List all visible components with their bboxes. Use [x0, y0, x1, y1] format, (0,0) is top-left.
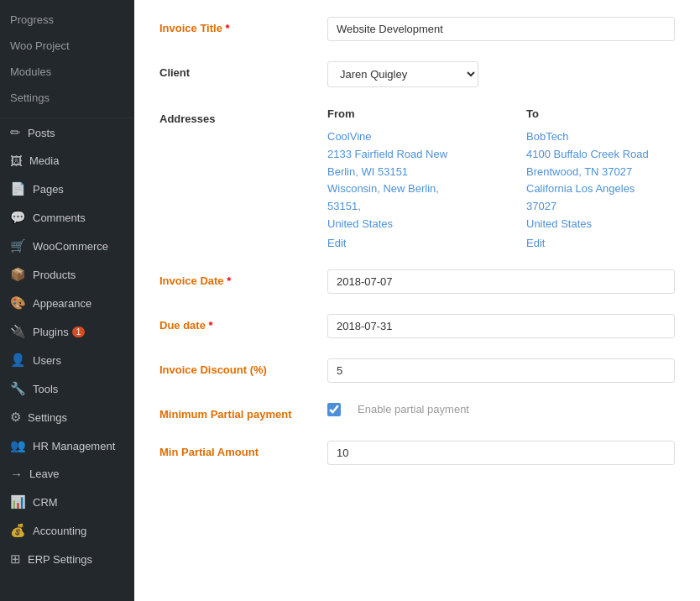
sidebar-item-settings[interactable]: ⚙ Settings	[0, 403, 134, 431]
from-header: From	[327, 107, 476, 120]
due-date-input[interactable]	[327, 314, 675, 338]
main-content: Invoice Title Client Jaren Quigley Addre…	[134, 0, 700, 601]
sidebar-item-modules[interactable]: Modules	[0, 59, 134, 85]
crm-icon: 📊	[10, 494, 26, 510]
media-icon: 🖼	[10, 154, 23, 168]
client-select[interactable]: Jaren Quigley	[327, 61, 478, 87]
min-partial-amount-row: Min Partial Amount	[159, 441, 675, 465]
from-address-col: From CoolVine 2133 Fairfield Road New Be…	[327, 107, 476, 249]
comments-icon: 💬	[10, 210, 26, 225]
sidebar-item-hr-management[interactable]: 👥 HR Management	[0, 431, 134, 460]
woocommerce-icon: 🛒	[10, 238, 26, 253]
invoice-title-wrap	[327, 17, 675, 41]
sidebar-item-crm[interactable]: 📊 CRM	[0, 488, 134, 516]
plugins-icon: 🔌	[10, 324, 26, 339]
enable-partial-label: Enable partial payment	[358, 403, 469, 415]
leave-icon: →	[10, 467, 23, 481]
tools-icon: 🔧	[10, 381, 26, 396]
due-date-label: Due date	[159, 314, 327, 332]
min-partial-amount-input[interactable]	[327, 441, 675, 465]
invoice-title-row: Invoice Title	[159, 17, 675, 41]
invoice-title-input[interactable]	[327, 17, 675, 41]
hr-icon: 👥	[10, 438, 26, 453]
client-wrap: Jaren Quigley	[327, 61, 675, 87]
products-icon: 📦	[10, 267, 26, 282]
to-address-edit[interactable]: Edit	[526, 237, 545, 249]
sidebar-item-posts[interactable]: ✏ Posts	[0, 118, 134, 147]
invoice-discount-row: Invoice Discount (%)	[159, 358, 675, 383]
sidebar-item-tools[interactable]: 🔧 Tools	[0, 374, 134, 403]
from-address-edit[interactable]: Edit	[327, 237, 346, 249]
min-partial-amount-label: Min Partial Amount	[159, 441, 327, 458]
settings-icon: ⚙	[10, 410, 21, 425]
sidebar-item-settings-top[interactable]: Settings	[0, 85, 134, 111]
erp-icon: ⊞	[10, 551, 21, 567]
plugins-badge: 1	[72, 327, 86, 337]
client-label: Client	[159, 61, 327, 79]
sidebar-item-users[interactable]: 👤 Users	[0, 346, 134, 374]
to-header: To	[526, 107, 675, 120]
sidebar-item-woo-project[interactable]: Woo Project	[0, 33, 134, 59]
sidebar-item-woocommerce[interactable]: 🛒 WooCommerce	[0, 232, 134, 260]
posts-icon: ✏	[10, 125, 21, 140]
sidebar-item-comments[interactable]: 💬 Comments	[0, 203, 134, 232]
invoice-discount-label: Invoice Discount (%)	[159, 358, 327, 376]
enable-partial-checkbox[interactable]	[327, 403, 341, 416]
sidebar-item-pages[interactable]: 📄 Pages	[0, 175, 134, 203]
min-partial-wrap: Enable partial payment	[327, 403, 675, 416]
invoice-discount-input[interactable]	[327, 358, 675, 383]
sidebar-item-products[interactable]: 📦 Products	[0, 260, 134, 289]
min-partial-amount-wrap	[327, 441, 675, 465]
pages-icon: 📄	[10, 181, 26, 196]
accounting-icon: 💰	[10, 523, 26, 538]
sidebar-item-erp-settings[interactable]: ⊞ ERP Settings	[0, 545, 134, 573]
to-address-text: BobTech 4100 Buffalo Creek Road Brentwoo…	[526, 128, 675, 233]
invoice-title-label: Invoice Title	[159, 17, 327, 34]
addresses-wrap: From CoolVine 2133 Fairfield Road New Be…	[327, 107, 675, 249]
sidebar-item-appearance[interactable]: 🎨 Appearance	[0, 289, 134, 317]
invoice-date-label: Invoice Date	[159, 269, 327, 287]
min-partial-label: Minimum Partial payment	[159, 403, 327, 421]
due-date-row: Due date	[159, 314, 675, 338]
from-address-text: CoolVine 2133 Fairfield Road New Berlin,…	[327, 128, 476, 233]
sidebar-item-media[interactable]: 🖼 Media	[0, 147, 134, 175]
users-icon: 👤	[10, 353, 26, 368]
sidebar-item-accounting[interactable]: 💰 Accounting	[0, 516, 134, 545]
addresses-label: Addresses	[159, 107, 327, 125]
to-address-col: To BobTech 4100 Buffalo Creek Road Brent…	[526, 107, 675, 249]
due-date-wrap	[327, 314, 675, 338]
min-partial-row: Minimum Partial payment Enable partial p…	[159, 403, 675, 421]
addresses-container: From CoolVine 2133 Fairfield Road New Be…	[327, 107, 675, 249]
invoice-date-input[interactable]	[327, 269, 675, 294]
sidebar: Progress Woo Project Modules Settings ✏ …	[0, 0, 134, 601]
sidebar-item-plugins[interactable]: 🔌 Plugins 1	[0, 317, 134, 346]
invoice-date-row: Invoice Date	[159, 269, 675, 294]
checkbox-row: Enable partial payment	[327, 403, 675, 416]
checkbox-wrap	[327, 403, 341, 416]
invoice-discount-wrap	[327, 358, 675, 383]
sidebar-item-progress[interactable]: Progress	[0, 7, 134, 33]
client-row: Client Jaren Quigley	[159, 61, 675, 87]
sidebar-item-leave[interactable]: → Leave	[0, 460, 134, 488]
appearance-icon: 🎨	[10, 295, 26, 311]
invoice-date-wrap	[327, 269, 675, 294]
addresses-row: Addresses From CoolVine 2133 Fairfield R…	[159, 107, 675, 249]
